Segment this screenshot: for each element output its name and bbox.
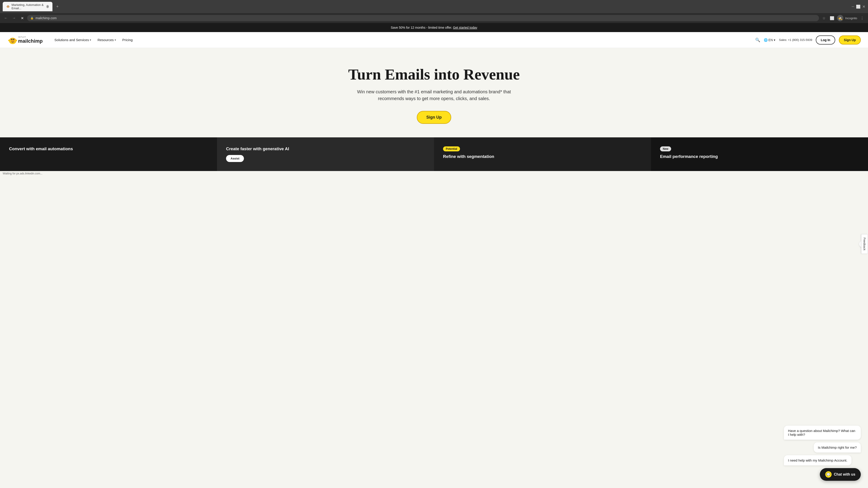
- lang-label: EN: [769, 38, 773, 42]
- browser-toolbar: ← → ✕ 🔒 mailchimp.com ☆ ⬜ 🕵 Incognito ⋮: [0, 13, 868, 23]
- announcement-text: Save 50% for 12 months - limited time of…: [391, 26, 453, 29]
- new-badge: New: [660, 147, 671, 151]
- hero-signup-button[interactable]: Sign Up: [417, 111, 451, 124]
- nav-right: 🔍 🌐 EN ▾ Sales: +1 (800) 315-5939 Log In…: [755, 35, 861, 44]
- bookmark-star-button[interactable]: ☆: [821, 15, 827, 21]
- tab-favicon: 🐵: [6, 5, 10, 8]
- nav-signup-button[interactable]: Sign Up: [839, 35, 861, 44]
- solutions-chevron-icon: ▾: [90, 38, 91, 41]
- language-selector[interactable]: 🌐 EN ▾: [764, 38, 775, 42]
- feature-card-segmentation: Potential Refine with segmentation: [434, 137, 651, 171]
- feature-ai-title: Create faster with generative AI: [226, 147, 425, 151]
- svg-point-8: [8, 39, 11, 41]
- browser-status-bar: Waiting for px.ads.linkedin.com...: [0, 171, 868, 176]
- nav-resources-label: Resources: [97, 38, 114, 42]
- window-close-button[interactable]: ✕: [862, 4, 865, 9]
- feature-card-ai: Create faster with generative AI Assist: [217, 137, 434, 171]
- hero-section: Turn Emails into Revenue Win new custome…: [0, 48, 868, 137]
- search-button[interactable]: 🔍: [755, 37, 760, 42]
- back-button[interactable]: ←: [3, 15, 9, 21]
- logo-area[interactable]: INTUIT mailchimp: [7, 35, 43, 45]
- url-text: mailchimp.com: [35, 16, 57, 20]
- hero-subtitle: Win new customers with the #1 email mark…: [348, 88, 520, 102]
- login-button[interactable]: Log In: [816, 35, 835, 44]
- globe-icon: 🌐: [764, 38, 768, 42]
- announcement-link[interactable]: Get started today: [453, 26, 477, 29]
- profile-label: Incognito: [845, 17, 857, 20]
- nav-items: Solutions and Services ▾ Resources ▾ Pri…: [52, 36, 755, 43]
- feature-automations-title: Convert with email automations: [9, 147, 208, 151]
- svg-point-9: [14, 39, 17, 41]
- svg-point-4: [11, 39, 12, 40]
- profile-icon: 🕵: [838, 16, 842, 20]
- search-icon: 🔍: [755, 38, 760, 42]
- browser-frame: 🐵 Marketing, Automation & Email... ✕ + ─…: [0, 0, 868, 23]
- new-tab-button[interactable]: +: [54, 3, 61, 10]
- mailchimp-brand-name: mailchimp: [18, 38, 43, 44]
- main-navigation: INTUIT mailchimp Solutions and Services …: [0, 32, 868, 48]
- nav-solutions-label: Solutions and Services: [55, 38, 89, 42]
- assist-button[interactable]: Assist: [226, 155, 244, 162]
- ssl-lock-icon: 🔒: [30, 17, 34, 20]
- sales-phone: Sales: +1 (800) 315-5939: [779, 38, 812, 41]
- tab-title: Marketing, Automation & Email...: [11, 3, 44, 10]
- svg-point-6: [12, 39, 12, 39]
- nav-resources[interactable]: Resources ▾: [95, 36, 119, 43]
- svg-point-7: [13, 39, 14, 39]
- hero-title: Turn Emails into Revenue: [4, 66, 864, 83]
- window-min-button[interactable]: ─: [852, 4, 854, 8]
- resources-chevron-icon: ▾: [115, 38, 116, 41]
- logo-text: INTUIT mailchimp: [18, 36, 43, 44]
- forward-button[interactable]: →: [11, 15, 17, 21]
- menu-button[interactable]: ⋮: [859, 15, 865, 21]
- browser-titlebar: 🐵 Marketing, Automation & Email... ✕ + ─…: [0, 0, 868, 13]
- nav-pricing[interactable]: Pricing: [120, 36, 135, 43]
- svg-point-5: [13, 39, 14, 40]
- mailchimp-monkey-logo: [7, 35, 18, 45]
- feature-card-reporting: New Email performance reporting: [651, 137, 868, 171]
- profile-button[interactable]: 🕵: [837, 15, 843, 21]
- browser-toolbar-right: ☆ ⬜ 🕵 Incognito ⋮: [821, 15, 865, 21]
- nav-solutions-services[interactable]: Solutions and Services ▾: [52, 36, 94, 43]
- website-content: Save 50% for 12 months - limited time of…: [0, 23, 868, 171]
- status-text: Waiting for px.ads.linkedin.com...: [3, 172, 42, 175]
- tab-close-button[interactable]: ✕: [46, 5, 49, 8]
- feature-cards-row: Convert with email automations Create fa…: [0, 137, 868, 171]
- reload-button[interactable]: ✕: [19, 15, 25, 21]
- announcement-banner: Save 50% for 12 months - limited time of…: [0, 23, 868, 32]
- potential-badge: Potential: [443, 147, 460, 151]
- feature-reporting-title: Email performance reporting: [660, 154, 859, 159]
- extension-puzzle-button[interactable]: ⬜: [829, 15, 835, 21]
- browser-tab[interactable]: 🐵 Marketing, Automation & Email... ✕: [3, 2, 53, 11]
- address-bar[interactable]: 🔒 mailchimp.com: [27, 15, 819, 21]
- feature-segmentation-title: Refine with segmentation: [443, 154, 642, 159]
- intuit-label: INTUIT: [18, 36, 43, 38]
- window-max-button[interactable]: ⬜: [856, 4, 861, 9]
- lang-chevron-icon: ▾: [774, 38, 775, 42]
- nav-pricing-label: Pricing: [122, 38, 133, 42]
- feature-card-automations: Convert with email automations: [0, 137, 217, 171]
